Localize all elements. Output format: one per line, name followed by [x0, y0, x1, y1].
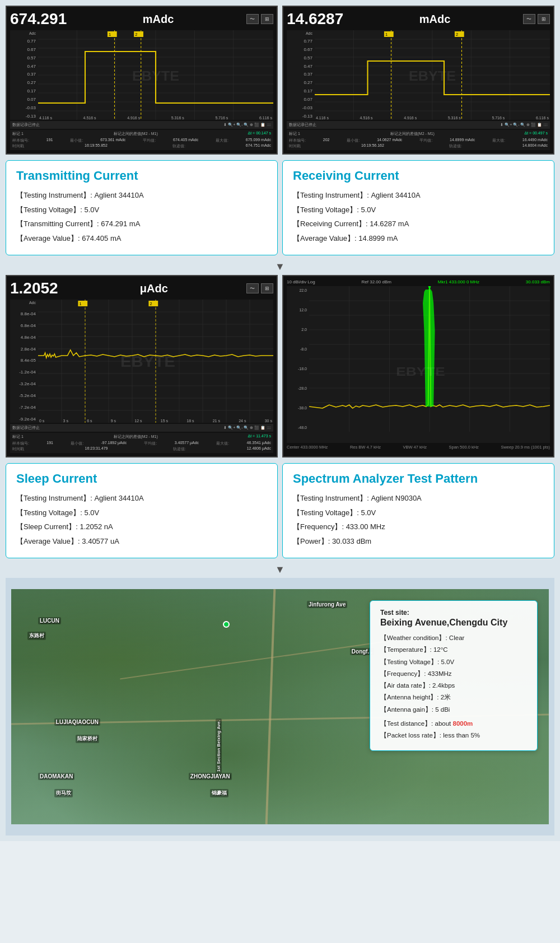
- spectrum-marker-label: Mkr1 433.000 0 MHz: [438, 279, 479, 284]
- scope-header-right: 14.6287 mAdc 〜 ⊞: [287, 10, 550, 28]
- map-line-airrate: 【Air data rate】: 2.4kbps: [380, 681, 527, 690]
- scope-icon-wave[interactable]: 〜: [246, 14, 259, 24]
- map-line-packet: 【Packet loss rate】: less than 5%: [380, 731, 527, 740]
- tx-unit: mAdc: [143, 13, 174, 26]
- sleep-bottom-bar: 数据记录已停止 ⬇ 🔍+ 🔍- 🔍 ⊕ ⬛ 📋 ::::: [10, 424, 273, 432]
- scope-icons-sleep: 〜 ⊞: [246, 283, 273, 293]
- sleep-line-3: 【Sleep Current】: 1.2052 nA: [16, 521, 267, 533]
- scope-icon-grid2[interactable]: ⊞: [538, 14, 550, 24]
- tx-waveform: EBYTE 1 2 4.11: [38, 30, 273, 120]
- map-label-lucun2: 东路村: [27, 632, 46, 640]
- map-line-antenna-height: 【Antenna height】: 2米: [380, 693, 527, 702]
- map-line-antenna-gain: 【Antenna gain】: 5 dBi: [380, 705, 527, 715]
- sleep-scope-header: 1.2052 μAdc 〜 ⊞: [10, 279, 273, 297]
- tx-bottom-bar: 数据记录已停止 ⬇ 🔍+ 🔍- 🔍 ⊕ ⬛ 📋 ::::: [10, 121, 273, 129]
- spectrum-y-labels: 22.0 12.0 2.0 -8.0 -18.0 -28.0 -38.0 -48…: [287, 286, 308, 432]
- sleep-title: Sleep Current: [16, 472, 267, 486]
- spectrum-marker-value: 30.033 dBm: [526, 279, 550, 284]
- tx-y-labels: Adc 0.77 0.67 0.57 0.47 0.37 0.27 0.17 0…: [10, 30, 37, 120]
- spec-line-4: 【Power】: 30.033 dBm: [293, 536, 544, 547]
- rx-waveform: EBYTE 1 2 4.116 s 4.516 s: [315, 30, 550, 120]
- spectrum-footer-vbw: VBW 47 kHz: [403, 445, 427, 450]
- svg-text:1: 1: [80, 302, 82, 306]
- svg-text:2: 2: [135, 32, 137, 37]
- map-info-box: Test site: Beixing Avenue,Chengdu City 【…: [370, 600, 538, 751]
- sleep-line-2: 【Testing Voltage】: 5.0V: [16, 507, 267, 519]
- svg-marker-80: [423, 288, 435, 407]
- spec-line-2: 【Testing Voltage】: 5.0V: [293, 507, 544, 519]
- separator-1: ▼: [6, 261, 554, 273]
- scope-icon-wave2[interactable]: 〜: [523, 14, 535, 24]
- scope-icon-wave3[interactable]: 〜: [246, 283, 259, 293]
- map-info-title: Beixing Avenue,Chengdu City: [380, 618, 527, 628]
- spectrum-info: Spectrum Analyzer Test Pattern 【Testing …: [282, 463, 554, 558]
- svg-text:EBYTE: EBYTE: [409, 69, 456, 83]
- spectrum-analyzer: 10 dBl/div Log Ref 32.00 dBm Mkr1 433.00…: [282, 275, 554, 458]
- map-info-subtitle: Test site:: [380, 609, 527, 617]
- middle-scope-row: 1.2052 μAdc 〜 ⊞ Adc 8.8e-04 6.8e-04 4.8e…: [6, 275, 554, 458]
- map-line-freq: 【Frequency】: 433MHz: [380, 669, 527, 679]
- map-label-zhong: ZHONGJIAYAN: [189, 773, 232, 780]
- spectrum-footer-sweep: Sweep 20.9 ms (1001 pts): [501, 445, 550, 450]
- map-label-zhong2: 锦豪福: [210, 789, 228, 797]
- map-line-temp: 【Temperature】: 12°C: [380, 645, 527, 655]
- sleep-line-1: 【Testing Instrument】: Aglient 34410A: [16, 493, 267, 504]
- sleep-scope: 1.2052 μAdc 〜 ⊞ Adc 8.8e-04 6.8e-04 4.8e…: [6, 275, 278, 458]
- scope-icon-grid3[interactable]: ⊞: [261, 283, 273, 293]
- rx-line-1: 【Testing Instrument】: Aglient 34410A: [293, 190, 544, 201]
- sleep-info: Sleep Current 【Testing Instrument】: Agli…: [6, 463, 278, 558]
- map-line-distance: 【Test distance】: about 8000m: [380, 719, 527, 729]
- tx-line-2: 【Testing Voltage】: 5.0V: [16, 204, 267, 216]
- svg-text:1: 1: [385, 32, 388, 37]
- map-label-lujia: LUJIAQIAOCUN: [54, 718, 100, 726]
- tx-value: 674.291: [10, 10, 67, 28]
- spec-line-3: 【Frequency】: 433.00 MHz: [293, 521, 544, 533]
- receiving-title: Receiving Current: [293, 169, 544, 183]
- info-row-1: Transmitting Current 【Testing Instrument…: [6, 160, 554, 255]
- spectrum-info-title: Spectrum Analyzer Test Pattern: [293, 472, 544, 486]
- tx-scope-grid: Adc 0.77 0.67 0.57 0.47 0.37 0.27 0.17 0…: [10, 30, 273, 120]
- receiving-info: Receiving Current 【Testing Instrument】: …: [282, 160, 554, 255]
- rx-line-2: 【Testing Voltage】: 5.0V: [293, 204, 544, 216]
- map-label-daomakan: DAOMAKAN: [38, 773, 74, 780]
- map-label-jinfurong: Jinfurong Ave: [307, 601, 347, 608]
- sleep-scope-stats: 标记 1 标记之间的差值(M2 - M1) Δt = 11.473 s 样本编号…: [10, 433, 273, 453]
- scope-header-left: 674.291 mAdc 〜 ⊞: [10, 10, 273, 28]
- rx-scope-grid: Adc 0.77 0.67 0.57 0.47 0.37 0.27 0.17 0…: [287, 30, 550, 120]
- rx-scope-stats: 标记 1 标记之间的差值(M2 - M1) Δt = 00.497 s 样本编号…: [287, 130, 550, 150]
- spec-line-1: 【Testing Instrument】: Aglient N9030A: [293, 493, 544, 504]
- sleep-line-4: 【Average Value】: 3.40577 uA: [16, 536, 267, 547]
- map-label-lucun: LUCUN: [38, 617, 61, 624]
- sleep-scope-grid: Adc 8.8e-04 6.8e-04 4.8e-04 2.8e-04 8.4e…: [10, 300, 273, 423]
- page-wrapper: 674.291 mAdc 〜 ⊞ Adc 0.77 0.67 0.57 0.47…: [0, 0, 560, 841]
- map-container: LUCUN 东路村 LUJIAQIAOCUN 陆家桥村 DAOMAKAN 街马坟…: [11, 589, 549, 824]
- sleep-value: 1.2052: [10, 279, 58, 297]
- rx-value: 14.6287: [287, 10, 343, 28]
- spectrum-footer: Center 433.0000 MHz Res BW 4.7 kHz VBW 4…: [287, 445, 550, 450]
- scope-icons-right: 〜 ⊞: [523, 14, 550, 24]
- separator-2: ▼: [6, 564, 554, 576]
- transmitting-scope: 674.291 mAdc 〜 ⊞ Adc 0.77 0.67 0.57 0.47…: [6, 6, 278, 155]
- transmitting-info: Transmitting Current 【Testing Instrument…: [6, 160, 278, 255]
- map-line-weather: 【Weather condition】: Clear: [380, 633, 527, 643]
- tx-line-1: 【Testing Instrument】: Aglient 34410A: [16, 190, 267, 201]
- scope-icon-grid[interactable]: ⊞: [261, 14, 273, 24]
- sleep-y-labels: Adc 8.8e-04 6.8e-04 4.8e-04 2.8e-04 8.4e…: [10, 300, 37, 423]
- svg-text:EBYTE: EBYTE: [396, 365, 445, 379]
- sleep-waveform: EBYTE 1 2 0 s 3 s: [38, 300, 273, 423]
- tx-scope-stats: 标记 1 标记之间的差值(M2 - M1) Δt = 00.147 s 样本编号…: [10, 130, 273, 150]
- map-section: LUCUN 东路村 LUJIAQIAOCUN 陆家桥村 DAOMAKAN 街马坟…: [6, 578, 554, 835]
- spectrum-grid: 22.0 12.0 2.0 -8.0 -18.0 -28.0 -38.0 -48…: [287, 286, 550, 443]
- svg-text:2: 2: [456, 32, 458, 37]
- spectrum-ref: Ref 32.00 dBm: [362, 279, 391, 284]
- rx-unit: mAdc: [419, 13, 451, 26]
- rx-y-labels: Adc 0.77 0.67 0.57 0.47 0.37 0.27 0.17 0…: [287, 30, 314, 120]
- top-scope-row: 674.291 mAdc 〜 ⊞ Adc 0.77 0.67 0.57 0.47…: [6, 6, 554, 155]
- map-location-pin: [223, 621, 230, 628]
- map-label-lujia2: 陆家桥村: [76, 735, 99, 743]
- spectrum-footer-span: Span 500.0 kHz: [449, 445, 479, 450]
- map-label-daomakan2: 街马坟: [54, 789, 73, 797]
- distance-value: 8000m: [452, 720, 473, 727]
- scope-icons-left: 〜 ⊞: [246, 14, 273, 24]
- rx-line-3: 【Receiving Current】: 14.6287 mA: [293, 218, 544, 230]
